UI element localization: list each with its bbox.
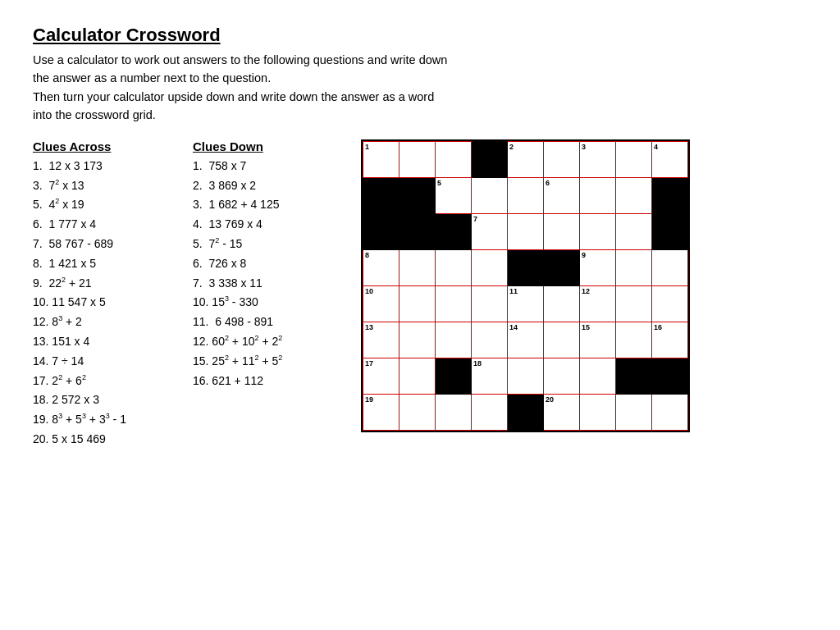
cell-r7c1[interactable]: 17 xyxy=(363,358,399,394)
cell-r4c8[interactable] xyxy=(616,249,652,285)
clues-down-section: Clues Down 1. 758 x 7 2. 3 869 x 2 3. 1 … xyxy=(193,139,336,391)
cell-r5c2[interactable] xyxy=(399,285,436,322)
clue-down-5: 5. 72 - 15 xyxy=(193,235,336,254)
crossword-grid-container: 1 2 3 4 5 xyxy=(361,139,690,435)
cell-r7c4[interactable]: 18 xyxy=(472,358,508,394)
clues-down-heading: Clues Down xyxy=(193,139,336,153)
cell-r8c7[interactable] xyxy=(580,394,616,430)
clue-down-12: 12. 602 + 102 + 22 xyxy=(193,332,336,352)
cell-r8c8[interactable] xyxy=(616,394,652,430)
cell-r8c3[interactable] xyxy=(436,394,472,430)
cell-r6c6[interactable] xyxy=(544,322,580,358)
cell-r8c2[interactable] xyxy=(399,394,436,430)
cell-r2c6[interactable]: 6 xyxy=(544,177,580,213)
cell-r7c8-black xyxy=(616,358,652,394)
cell-r3c2-black xyxy=(399,213,436,249)
clue-across-1: 1. 12 x 3 173 xyxy=(33,157,176,176)
cell-r5c3[interactable] xyxy=(436,285,472,322)
page-title: Calculator Crossword xyxy=(33,25,807,46)
clue-down-6: 6. 726 x 8 xyxy=(193,254,336,274)
clues-across-list: 1. 12 x 3 173 3. 72 x 13 5. 42 x 19 6. 1… xyxy=(33,157,176,450)
cell-r4c7[interactable]: 9 xyxy=(580,249,616,285)
intro-text: Use a calculator to work out answers to … xyxy=(33,51,807,125)
cell-r3c3-black xyxy=(436,213,472,249)
clue-across-9: 9. 222 + 21 xyxy=(33,274,176,294)
intro-line-2: the answer as a number next to the quest… xyxy=(33,69,807,87)
cell-r4c3[interactable] xyxy=(436,249,472,285)
cell-r2c4[interactable] xyxy=(472,177,508,213)
grid-table: 1 2 3 4 5 xyxy=(363,141,688,431)
cell-r1c1[interactable]: 1 xyxy=(363,141,399,177)
cell-r1c6[interactable] xyxy=(544,141,580,177)
cell-r6c8[interactable] xyxy=(616,322,652,358)
grid-row-6: 13 14 15 16 xyxy=(363,322,688,358)
cell-r5c6[interactable] xyxy=(544,285,580,322)
cell-r7c7[interactable] xyxy=(580,358,616,394)
cell-r1c8[interactable] xyxy=(616,141,652,177)
clue-down-3: 3. 1 682 + 4 125 xyxy=(193,195,336,215)
cell-r6c1[interactable]: 13 xyxy=(363,322,399,358)
cell-r4c1[interactable]: 8 xyxy=(363,249,399,285)
cell-r1c3[interactable] xyxy=(436,141,472,177)
clue-across-12: 12. 83 + 2 xyxy=(33,313,176,332)
cell-r7c6[interactable] xyxy=(544,358,580,394)
cell-r4c9[interactable] xyxy=(652,249,688,285)
cell-r3c9-black xyxy=(652,213,688,249)
clue-across-17: 17. 22 + 62 xyxy=(33,372,176,391)
cell-r6c2[interactable] xyxy=(399,322,436,358)
clue-down-10: 10. 153 - 330 xyxy=(193,293,336,313)
cell-r7c5[interactable] xyxy=(508,358,544,394)
cell-r2c7[interactable] xyxy=(580,177,616,213)
clue-across-14: 14. 7 ÷ 14 xyxy=(33,352,176,372)
cell-r3c6[interactable] xyxy=(544,213,580,249)
cell-r6c7[interactable]: 15 xyxy=(580,322,616,358)
clue-down-2: 2. 3 869 x 2 xyxy=(193,176,336,196)
clues-down-list: 1. 758 x 7 2. 3 869 x 2 3. 1 682 + 4 125… xyxy=(193,157,336,391)
cell-r4c6-black xyxy=(544,249,580,285)
cell-r6c5[interactable]: 14 xyxy=(508,322,544,358)
crossword-grid: 1 2 3 4 5 xyxy=(361,139,690,432)
cell-r1c5[interactable]: 2 xyxy=(508,141,544,177)
grid-row-8: 19 20 xyxy=(363,394,688,430)
cell-r2c1-black xyxy=(363,177,399,213)
cell-r5c9[interactable] xyxy=(652,285,688,322)
cell-r1c9[interactable]: 4 xyxy=(652,141,688,177)
cell-r5c5[interactable]: 11 xyxy=(508,285,544,322)
cell-r3c1-black xyxy=(363,213,399,249)
cell-r8c6[interactable]: 20 xyxy=(544,394,580,430)
cell-r2c9-black xyxy=(652,177,688,213)
cell-r8c4[interactable] xyxy=(472,394,508,430)
cell-r8c5-black xyxy=(508,394,544,430)
cell-r8c9[interactable] xyxy=(652,394,688,430)
cell-r3c5[interactable] xyxy=(508,213,544,249)
cell-r2c3[interactable]: 5 xyxy=(436,177,472,213)
cell-r1c7[interactable]: 3 xyxy=(580,141,616,177)
cell-r6c4[interactable] xyxy=(472,322,508,358)
cell-r8c1[interactable]: 19 xyxy=(363,394,399,430)
cell-r1c2[interactable] xyxy=(399,141,436,177)
cell-r2c8[interactable] xyxy=(616,177,652,213)
cell-r6c3[interactable] xyxy=(436,322,472,358)
intro-line-3: Then turn your calculator upside down an… xyxy=(33,88,807,106)
intro-line-1: Use a calculator to work out answers to … xyxy=(33,51,807,69)
cell-r6c9[interactable]: 16 xyxy=(652,322,688,358)
cell-r5c1[interactable]: 10 xyxy=(363,285,399,322)
grid-row-4: 8 9 xyxy=(363,249,688,285)
cell-r3c4[interactable]: 7 xyxy=(472,213,508,249)
cell-r4c5-black xyxy=(508,249,544,285)
clue-down-1: 1. 758 x 7 xyxy=(193,157,336,176)
cell-r3c7[interactable] xyxy=(580,213,616,249)
clue-down-15: 15. 252 + 112 + 52 xyxy=(193,352,336,372)
cell-r4c4[interactable] xyxy=(472,249,508,285)
clue-down-7: 7. 3 338 x 11 xyxy=(193,274,336,294)
cell-r5c7[interactable]: 12 xyxy=(580,285,616,322)
cell-r5c4[interactable] xyxy=(472,285,508,322)
cell-r2c5[interactable] xyxy=(508,177,544,213)
cell-r7c2[interactable] xyxy=(399,358,436,394)
grid-row-3: 7 xyxy=(363,213,688,249)
cell-r3c8[interactable] xyxy=(616,213,652,249)
clue-across-3: 3. 72 x 13 xyxy=(33,176,176,196)
cell-r5c8[interactable] xyxy=(616,285,652,322)
grid-row-5: 10 11 12 xyxy=(363,285,688,322)
cell-r4c2[interactable] xyxy=(399,249,436,285)
